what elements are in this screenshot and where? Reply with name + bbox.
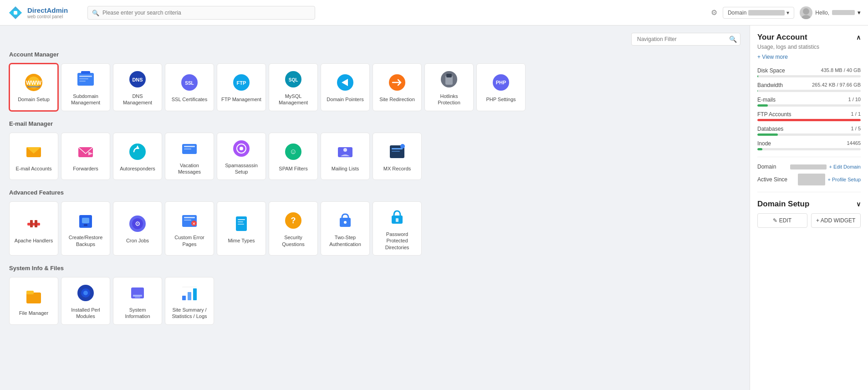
icon-label-custom-error-pages: Custom Error Pages — [169, 234, 210, 247]
chevron-down-icon: ▾ — [786, 10, 789, 16]
icon-card-spam-filters[interactable]: ☺SPAM Filters — [269, 133, 318, 180]
icon-card-installed-perl-modules[interactable]: Installed Perl Modules — [61, 277, 110, 325]
user-chevron-icon: ▾ — [858, 9, 861, 16]
stat-bar-bg — [757, 119, 861, 121]
icon-card-custom-error-pages[interactable]: ✕Custom Error Pages — [165, 201, 214, 256]
add-widget-button[interactable]: + ADD WIDGET — [811, 213, 861, 228]
icon-card-forwarders[interactable]: Forwarders — [61, 133, 110, 180]
icon-card-vacation-messages[interactable]: Vacation Messages — [165, 133, 214, 180]
icon-card-site-redirection[interactable]: Site Redirection — [373, 63, 422, 111]
svg-text:?: ? — [291, 216, 296, 225]
icon-card-domain-setup[interactable]: WWW Domain Setup — [9, 63, 58, 111]
icon-label-autoresponders: Autoresponders — [120, 165, 155, 172]
profile-setup-link[interactable]: + Profile Setup — [828, 177, 861, 182]
security-questions-icon: ? — [283, 210, 303, 231]
stat-label: FTP Accounts 1 / 1 — [757, 111, 861, 118]
sections-container: Account Manager WWW Domain SetupSubdomai… — [9, 51, 740, 325]
main-content: 🔍 Account Manager WWW Domain SetupSubdom… — [0, 26, 750, 390]
ssl-icon: SSL — [179, 72, 199, 92]
icon-card-autoresponders[interactable]: Autoresponders — [113, 133, 162, 180]
icon-card-two-step-authentication[interactable]: Two-Step Authentication — [321, 201, 370, 256]
icon-card-subdomain-management[interactable]: Subdomain Management — [61, 63, 110, 111]
edit-domain-link[interactable]: + Edit Domain — [829, 164, 861, 169]
svg-rect-81 — [182, 296, 186, 300]
svg-rect-66 — [238, 224, 244, 225]
perl-icon — [76, 283, 96, 303]
search-input[interactable] — [87, 6, 315, 20]
hotlinks-icon — [439, 69, 459, 89]
svg-rect-50 — [30, 220, 33, 227]
stat-label: Disk Space 435.8 MB / 40 GB — [757, 67, 861, 74]
nav-filter-search-button[interactable]: 🔍 — [729, 36, 737, 43]
stat-row-bandwidth: Bandwidth 265.42 KB / 97.66 GB — [757, 82, 861, 92]
svg-rect-64 — [238, 219, 245, 220]
logo-area: DirectAdmin web control panel — [7, 5, 80, 21]
search-bar: 🔍 — [87, 6, 315, 20]
svg-rect-84 — [182, 287, 197, 287]
svg-rect-10 — [79, 76, 92, 77]
domain-setup-widget: Domain Setup ∨ ✎ EDIT + ADD WIDGET — [757, 200, 861, 228]
icon-card-dns-management[interactable]: DNSDNS Management — [113, 63, 162, 111]
stat-row-e-mails: E-mails 1 / 10 — [757, 97, 861, 107]
nav-filter-input[interactable] — [631, 33, 740, 46]
stat-row-ftp-accounts: FTP Accounts 1 / 1 — [757, 111, 861, 121]
icon-card-file-manager[interactable]: File Manager — [9, 277, 58, 325]
svg-point-48 — [400, 144, 405, 149]
svg-rect-47 — [392, 151, 400, 152]
hello-text: Hello, — [815, 10, 829, 16]
icon-card-mx-records[interactable]: MX Records — [373, 133, 422, 180]
icon-card-site-summary[interactable]: Site Summary / Statistics / Logs — [165, 277, 214, 325]
icon-card-mailing-lists[interactable]: Mailing Lists — [321, 133, 370, 180]
icon-card-spamassassin-setup[interactable]: Spamassassin Setup — [217, 133, 266, 180]
section-email-manager: E-mail ManagerE-mail AccountsForwardersA… — [9, 120, 740, 180]
icon-card-apache-handlers[interactable]: Apache Handlers — [9, 201, 58, 256]
svg-text:PHP: PHP — [496, 80, 506, 85]
directadmin-logo-icon — [7, 5, 24, 21]
icon-grid-account-manager: WWW Domain SetupSubdomain ManagementDNSD… — [9, 63, 740, 111]
icon-label-mysql-management: MySQL Management — [273, 93, 314, 106]
icon-card-ssl-certificates[interactable]: SSLSSL Certificates — [165, 63, 214, 111]
icon-label-mx-records: MX Records — [383, 165, 411, 172]
settings-button[interactable]: ⚙ — [711, 8, 717, 17]
icon-card-php-settings[interactable]: PHPPHP Settings — [476, 63, 526, 111]
icon-card-create-restore-backups[interactable]: Create/Restore Backups — [61, 201, 110, 256]
stat-bar-bg — [757, 75, 861, 77]
domain-label: Domain — [728, 10, 746, 16]
two-step-icon — [335, 210, 355, 231]
icon-card-domain-pointers[interactable]: Domain Pointers — [321, 63, 370, 111]
icon-card-cron-jobs[interactable]: ⚙Cron Jobs — [113, 201, 162, 256]
dns-icon: DNS — [128, 69, 148, 89]
icon-card-mime-types[interactable]: Mime Types — [217, 201, 266, 256]
chevron-down-icon[interactable]: ∨ — [856, 200, 861, 208]
domain-pointers-icon — [335, 72, 355, 92]
icon-card-email-accounts[interactable]: E-mail Accounts — [9, 133, 58, 180]
domain-setup-icon: WWW — [24, 72, 44, 92]
icon-card-password-protected-directories[interactable]: Password Protected Directories — [373, 201, 422, 256]
domain-selector[interactable]: Domain ▾ — [723, 7, 794, 19]
cron-icon: ⚙ — [128, 214, 148, 234]
backups-icon — [76, 210, 96, 231]
icon-card-security-questions[interactable]: ?Security Questions — [269, 201, 318, 256]
svg-text:SQL: SQL — [289, 77, 298, 82]
stat-label: E-mails 1 / 10 — [757, 97, 861, 103]
svg-text:SSL: SSL — [185, 81, 194, 86]
icon-card-system-information[interactable]: System Information — [113, 277, 162, 325]
svg-rect-54 — [84, 224, 87, 226]
layout: 🔍 Account Manager WWW Domain SetupSubdom… — [0, 26, 868, 390]
svg-rect-13 — [81, 71, 90, 74]
icon-card-mysql-management[interactable]: SQLMySQL Management — [269, 63, 318, 111]
icon-label-apache-handlers: Apache Handlers — [15, 237, 53, 244]
active-since-label: Active Since — [757, 176, 787, 183]
view-more-link[interactable]: + View more — [757, 54, 861, 60]
user-area[interactable]: Hello, ▾ — [800, 6, 861, 19]
your-account-title: Your Account ∧ — [757, 33, 861, 42]
icon-grid-email-manager: E-mail AccountsForwardersAutorespondersV… — [9, 133, 740, 180]
edit-button[interactable]: ✎ EDIT — [757, 213, 807, 228]
chevron-up-icon[interactable]: ∧ — [856, 34, 861, 41]
icon-card-hotlinks-protection[interactable]: Hotlinks Protection — [424, 63, 474, 111]
section-advanced-features: Advanced FeaturesApache HandlersCreate/R… — [9, 189, 740, 256]
icon-label-site-redirection: Site Redirection — [379, 96, 415, 103]
icon-card-ftp-management[interactable]: FTPFTP Management — [217, 63, 266, 111]
username-display — [832, 10, 855, 15]
icon-label-file-manager: File Manager — [19, 310, 48, 316]
